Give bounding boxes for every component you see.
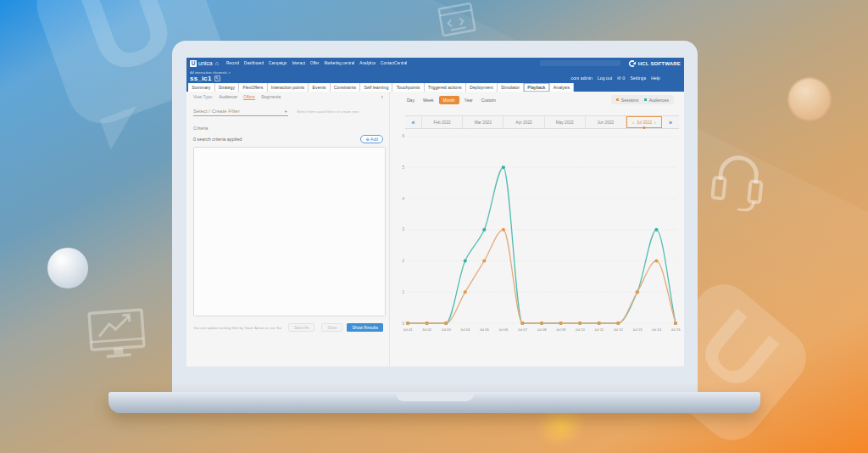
date-nav-mar-2022[interactable]: Mar 2022 (463, 116, 504, 128)
data-point-sessions-1[interactable] (406, 322, 409, 325)
date-nav-jun-2022[interactable]: Jun 2022 (586, 116, 626, 128)
view-type-segments[interactable]: Segments (261, 94, 281, 99)
data-point-sessions-13[interactable] (636, 290, 639, 294)
hcl-software-logo: HCL SOFTWARE (628, 60, 681, 67)
date-nav-may-2022[interactable]: May 2022 (545, 116, 586, 128)
home-icon[interactable]: ⌂ (215, 60, 219, 66)
mail-icon[interactable]: ✉ 0 (617, 76, 625, 81)
nav-item-dashboard[interactable]: Dashboard (244, 61, 264, 65)
x-axis-label-jul-07: Jul 07 (518, 327, 528, 332)
help-link[interactable]: Help (651, 76, 660, 81)
logout-link[interactable]: Log out (598, 76, 612, 81)
range-tab-year[interactable]: Year (461, 96, 476, 104)
nav-item-record[interactable]: Record (226, 61, 239, 65)
date-nav-next[interactable]: » (662, 116, 679, 128)
data-point-sessions-11[interactable] (598, 322, 601, 325)
legend-dot-audiences (644, 98, 647, 101)
data-point-audiences-14[interactable] (654, 228, 658, 232)
tab-touchpoints[interactable]: Touchpoints (392, 83, 424, 92)
data-point-sessions-7[interactable] (520, 322, 524, 325)
user-name[interactable]: com admin (571, 76, 593, 81)
nav-item-offer[interactable]: Offer (310, 61, 319, 65)
x-axis-label-jul-08: Jul 08 (537, 327, 547, 332)
data-point-audiences-4[interactable] (464, 259, 467, 262)
tab-interaction-points[interactable]: Interaction points (268, 83, 309, 92)
data-point-audiences-5[interactable] (482, 228, 486, 232)
tab-playback[interactable]: Playback (524, 83, 549, 92)
date-nav-sel-prev-icon[interactable]: ‹ (632, 120, 634, 125)
plus-circle-icon: ⊕ (365, 137, 369, 142)
tab-summary[interactable]: Summary (188, 83, 215, 92)
tab-events[interactable]: Events (309, 83, 330, 92)
data-point-sessions-3[interactable] (444, 322, 448, 325)
tab-simulator[interactable]: Simulator (498, 83, 524, 92)
sphere-decoration-white (47, 248, 88, 288)
mail-count: 0 (622, 76, 625, 81)
save-as-button[interactable]: Save As (288, 323, 315, 332)
data-point-sessions-10[interactable] (578, 322, 581, 325)
hcl-brand-text: HCL SOFTWARE (638, 61, 681, 66)
y-axis-label-5: 5 (402, 165, 404, 170)
add-criteria-button[interactable]: ⊕Add (360, 135, 383, 143)
data-point-sessions-9[interactable] (559, 322, 562, 325)
nav-item-contactcentral[interactable]: ContactCentral (381, 61, 407, 65)
criteria-empty-box (193, 147, 386, 316)
nav-item-analytics[interactable]: Analytics (359, 61, 376, 65)
data-point-sessions-6[interactable] (502, 228, 505, 232)
view-type-audience[interactable]: Audience (219, 94, 237, 99)
date-nav-selected[interactable]: ‹Jul 2022› (626, 116, 662, 128)
range-tab-day[interactable]: Day (403, 96, 418, 104)
date-nav-feb-2022[interactable]: Feb 2022 (422, 116, 463, 128)
data-point-sessions-12[interactable] (616, 322, 620, 325)
y-axis-label-1: 1 (402, 290, 404, 294)
collapse-panel-icon[interactable]: ‹ (381, 94, 383, 100)
legend-label-audiences: Audiences (649, 98, 669, 103)
data-point-sessions-2[interactable] (425, 322, 428, 325)
tab-constraints[interactable]: Constraints (331, 83, 361, 92)
code-window-icon (436, 0, 479, 41)
nav-item-marketing-central[interactable]: Marketing central (324, 61, 354, 65)
legend-item-audiences: Audiences (644, 98, 669, 103)
tab-flexoffers[interactable]: FlexOffers (239, 83, 267, 92)
filter-select-value: Select / Create Filter (193, 109, 240, 114)
date-nav-sel-next-icon[interactable]: › (654, 120, 656, 125)
breadcrumb[interactable]: All interactive channels > (190, 70, 681, 75)
data-point-audiences-6[interactable] (502, 165, 505, 169)
search-input[interactable] (540, 60, 620, 66)
x-axis-label-jul-12: Jul 12 (614, 327, 624, 332)
date-nav-prev[interactable]: « (405, 116, 422, 128)
series-line-sessions (408, 230, 676, 323)
x-axis-label-jul-03: Jul 03 (442, 327, 452, 332)
tab-analysis[interactable]: Analysis (550, 83, 575, 92)
data-point-sessions-4[interactable] (464, 290, 467, 294)
unica-logo[interactable]: U (190, 60, 197, 67)
tab-triggered-actions[interactable]: Triggered actions (425, 83, 466, 92)
legend-item-sessions: Sessions (616, 98, 638, 103)
show-results-button[interactable]: Show Results (347, 323, 383, 332)
chart-legend: SessionsAudiences (611, 95, 674, 104)
tab-strategy[interactable]: Strategy (215, 83, 240, 92)
laptop-base (108, 392, 760, 413)
tab-strip: SummaryStrategyFlexOffersInteraction poi… (186, 83, 684, 92)
x-axis-label-jul-13: Jul 13 (632, 327, 643, 332)
view-type-offers[interactable]: Offers (243, 94, 255, 100)
tab-deployment[interactable]: Deployment (466, 83, 498, 92)
data-point-sessions-15[interactable] (674, 322, 677, 325)
data-point-sessions-8[interactable] (540, 322, 543, 325)
x-axis-label-jul-11: Jul 11 (594, 327, 604, 332)
date-nav-apr-2022[interactable]: Apr 2022 (504, 116, 544, 128)
settings-link[interactable]: Settings (631, 76, 647, 81)
range-tab-custom[interactable]: Custom (478, 96, 499, 104)
save-button[interactable]: Save (321, 323, 342, 332)
filter-select[interactable]: Select / Create Filter ▼ (193, 109, 288, 116)
range-tab-month[interactable]: Month (439, 96, 459, 104)
range-tab-week[interactable]: Week (420, 96, 437, 104)
tab-self-learning[interactable]: Self learning (360, 83, 392, 92)
data-point-sessions-14[interactable] (654, 259, 658, 262)
laptop-screen: U unica ⌂ RecordDashboardCampaignInterac… (186, 58, 684, 366)
nav-item-interact[interactable]: Interact (292, 61, 305, 65)
headset-icon (705, 142, 771, 214)
nav-item-campaign[interactable]: Campaign (269, 61, 287, 65)
data-point-sessions-5[interactable] (482, 259, 486, 262)
edit-icon[interactable]: ✎ (214, 76, 220, 81)
